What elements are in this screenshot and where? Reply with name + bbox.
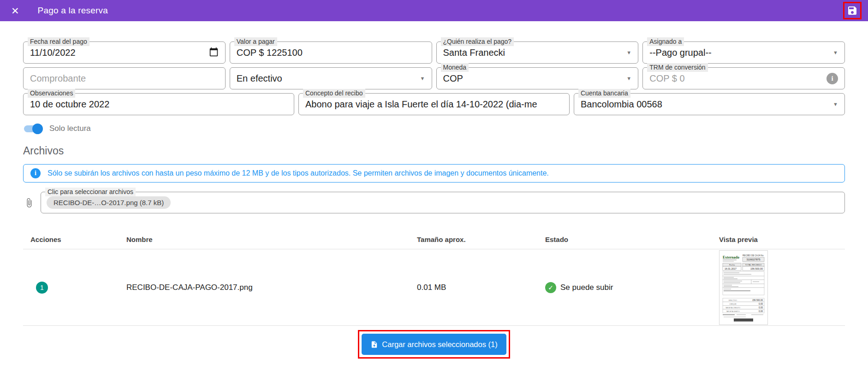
cuenta-label: Cuenta bancaria [578,89,630,98]
col-nombre: Nombre [126,236,417,243]
cuenta-value: Bancolombia 00568 [581,99,829,110]
receipt-preview-thumbnail: Externado RECIBO DE CAJA No. 3106027875 … [719,250,845,325]
info-icon[interactable]: i [826,73,838,84]
fecha-label: Fecha real del pago [28,37,89,46]
calendar-icon[interactable] [209,47,219,59]
receipt-amount-0: 156.500,00 [752,299,763,301]
file-select-label: Clic para seleccionar archivos [45,188,136,196]
upload-files-button[interactable]: Cargar archivos seleccionados (1) [362,334,506,355]
chevron-down-icon: ▼ [420,76,425,81]
file-count-badge: 1 [36,282,48,294]
quien-value: Santa Franecki [443,47,623,58]
info-alert: i Sólo se subirán los archivos con hasta… [23,164,845,183]
receipt-fecha-label: Fecha [729,264,735,266]
receipt-amount-label-1: CHEQUE [729,303,737,305]
receipt-amount-label-3: TARJETA DEBITO [726,310,740,312]
form-row-1: Fecha real del pago 11/10/2022 Valor a p… [23,41,845,64]
file-picker-row: Clic para seleccionar archivos RECIBO-DE… [23,192,845,213]
moneda-value: COP [443,73,623,84]
receipt-total: 156.500,00 [750,267,763,270]
upload-file-icon [370,341,378,348]
form-row-3: Observaciones 10 de octubre 2022 Concept… [23,93,845,115]
col-vista-previa: Vista previa [719,236,845,243]
asignado-label: Asignado a [647,37,684,46]
comprobante-placeholder: Comprobante [30,73,219,84]
receipt-amount-3: 0,00 [759,310,763,312]
files-table-header: Acciones Nombre Tamaño aprox. Estado Vis… [23,236,845,249]
quien-label: ¿Quién realiza el pago? [441,37,514,46]
asignado-value: --Pago grupal-- [649,47,829,58]
valor-label: Valor a pagar [234,37,277,46]
close-icon[interactable]: ✕ [11,6,19,16]
solo-lectura-toggle-row: Solo lectura [23,123,845,135]
cuenta-bancaria-select[interactable]: Cuenta bancaria Bancolombia 00568 ▼ [574,93,845,115]
fecha-value: 11/10/2022 [30,47,205,58]
col-estado: Estado [545,236,719,243]
status-text: Se puede subir [560,283,613,292]
receipt-amount-1: 0,00 [759,303,763,305]
moneda-select[interactable]: Moneda COP ▼ [436,67,639,89]
info-alert-text: Sólo se subirán los archivos con hasta u… [48,169,549,177]
trm-placeholder: COP $ 0 [649,73,826,84]
metodo-pago-value: En efectivo [237,73,416,84]
chevron-down-icon: ▼ [626,50,631,55]
observaciones-label: Observaciones [28,89,75,98]
file-name: RECIBO-DE-CAJA-PAGO-2017.png [126,283,417,292]
chevron-down-icon: ▼ [833,50,838,55]
concepto-value: Abono para viaje a Isla Fuerte el día 14… [305,99,563,110]
receipt-amount-2: 0,00 [759,306,763,309]
receipt-amount-label-2: TARJETA CREDITO [725,306,741,308]
concepto-label: Concepto del recibo [303,89,365,98]
table-row: 1 RECIBO-DE-CAJA-PAGO-2017.png 0.01 MB ✓… [23,249,845,326]
paperclip-icon [23,195,35,211]
annotation-box-save [843,2,862,19]
trm-conversion-field[interactable]: TRM de conversión COP $ 0 i [642,67,845,89]
receipt-brand: Externado [723,255,739,259]
toggle-knob [32,124,43,134]
solo-lectura-toggle[interactable] [24,125,42,132]
status-badge: ✓ Se puede subir [545,282,719,293]
annotation-box-upload: Cargar archivos seleccionados (1) [358,330,510,359]
archivos-heading: Archivos [23,145,845,157]
quien-realiza-pago-select[interactable]: ¿Quién realiza el pago? Santa Franecki ▼ [436,41,639,64]
valor-a-pagar-field[interactable]: Valor a pagar COP $ 1225100 [230,41,432,64]
save-button[interactable] [846,5,858,17]
receipt-title: RECIBO DE CAJA No. [743,254,764,257]
receipt-number: 3106027875 [747,258,761,261]
receipt-fecha: 16.01.2017 [725,267,737,270]
receipt-amount-label-0: EFECTIVO [729,299,737,301]
trm-label: TRM de conversión [647,63,707,72]
observaciones-field[interactable]: Observaciones 10 de octubre 2022 [23,93,294,115]
receipt-total-label: TOTAL RECIBIDO [745,264,762,266]
col-tamano: Tamaño aprox. [417,236,545,243]
concepto-recibo-field[interactable]: Concepto del recibo Abono para viaje a I… [298,93,570,115]
info-icon: i [30,168,41,178]
save-icon [847,5,858,16]
observaciones-value: 10 de octubre 2022 [30,99,287,110]
moneda-label: Moneda [441,63,469,72]
fecha-real-del-pago-field[interactable]: Fecha real del pago 11/10/2022 [23,41,226,64]
col-acciones: Acciones [30,236,126,243]
files-table: Acciones Nombre Tamaño aprox. Estado Vis… [23,236,845,326]
comprobante-field[interactable]: Comprobante [23,67,226,89]
metodo-pago-select[interactable]: En efectivo ▼ [230,67,432,89]
solo-lectura-label: Solo lectura [49,124,91,133]
file-size: 0.01 MB [417,283,545,292]
valor-value: COP $ 1225100 [237,47,425,58]
selected-file-chip[interactable]: RECIBO-DE-…O-2017.png (8.7 kB) [47,196,171,209]
asignado-a-select[interactable]: Asignado a --Pago grupal-- ▼ [642,41,845,64]
file-select-dropzone[interactable]: Clic para seleccionar archivos RECIBO-DE… [41,192,845,213]
upload-button-label: Cargar archivos seleccionados (1) [382,340,497,349]
dialog-title: Pago a la reserva [38,6,108,16]
dialog-header: ✕ Pago a la reserva [0,0,868,21]
chevron-down-icon: ▼ [833,101,838,107]
form-row-2: Comprobante En efectivo ▼ Moneda COP ▼ T… [23,67,845,89]
check-icon: ✓ [545,282,556,293]
chevron-down-icon: ▼ [626,76,631,81]
